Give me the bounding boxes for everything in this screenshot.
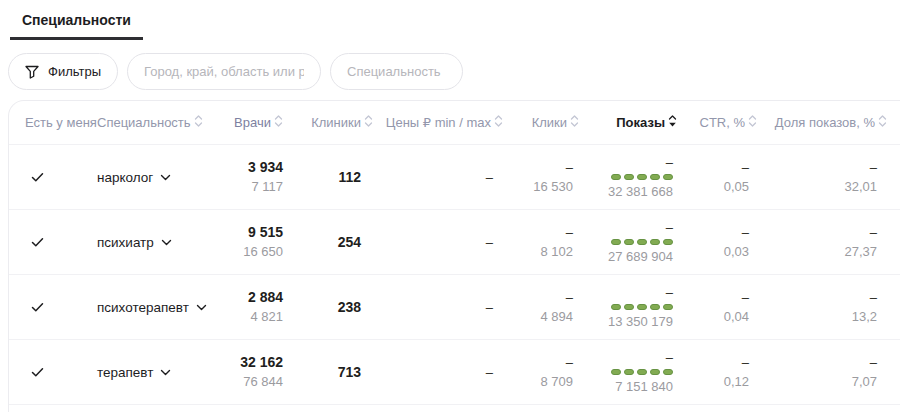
cell-clinics: 254 <box>297 234 389 251</box>
impressions-bar-segment <box>650 174 660 180</box>
prices-value: – <box>486 364 493 381</box>
cell-clinics: 112 <box>297 169 389 186</box>
table-row[interactable]: психиатр 9 515 16 650 254 – – 8 102 – 27… <box>9 210 900 275</box>
column-header-label: Показы <box>616 115 665 130</box>
column-header-label: Специальность <box>97 115 191 130</box>
cell-ctr: – 0,12 <box>693 354 771 390</box>
impressions-bar-segment <box>663 304 673 310</box>
impressions-bar-segment <box>650 239 660 245</box>
impressions-main-value: – <box>666 349 673 366</box>
impressions-bar-segment <box>637 174 647 180</box>
column-header-share[interactable]: Доля показов, % <box>771 113 900 132</box>
share-sub-value: 13,2 <box>852 308 877 325</box>
doctors-sub-value: 16 650 <box>243 243 283 260</box>
clinics-value: 713 <box>338 364 361 381</box>
impressions-bar-segment <box>663 174 673 180</box>
doctors-sub-value: 4 821 <box>250 308 283 325</box>
check-icon <box>31 237 44 248</box>
check-icon <box>31 367 44 378</box>
ctr-sub-value: 0,05 <box>724 178 749 195</box>
column-header-specialty[interactable]: Специальность <box>89 113 229 132</box>
column-header-clicks[interactable]: Клики <box>517 113 593 132</box>
clicks-sub-value: 8 709 <box>540 373 573 390</box>
cell-impressions: – 13 350 179 <box>593 284 693 330</box>
table-row[interactable]: нарколог 3 934 7 117 112 – – 16 530 – 32… <box>9 145 900 210</box>
impressions-bar-segment <box>611 304 621 310</box>
impressions-bar <box>611 368 673 376</box>
cell-ctr: – 0,03 <box>693 224 771 260</box>
cell-impressions: – 27 689 904 <box>593 219 693 265</box>
sort-icon[interactable] <box>194 113 203 132</box>
impressions-bar-segment <box>637 239 647 245</box>
cell-have[interactable] <box>9 172 89 183</box>
cell-share: – 27,37 <box>771 224 900 260</box>
sort-icon[interactable] <box>570 113 579 132</box>
impressions-sub-value: 13 350 179 <box>608 313 673 330</box>
cell-specialty[interactable]: психиатр <box>89 234 229 251</box>
ctr-main-value: – <box>742 289 749 306</box>
sort-icon[interactable] <box>878 113 887 132</box>
column-header-clinics[interactable]: Клиники <box>297 113 389 132</box>
column-header-prices[interactable]: Цены ₽ min / max <box>389 113 517 132</box>
column-header-label: Врачи <box>234 115 271 130</box>
impressions-bar-segment <box>611 369 621 375</box>
prices-value: – <box>486 299 493 316</box>
impressions-bar-segment <box>637 369 647 375</box>
impressions-sub-value: 7 151 840 <box>615 378 673 395</box>
column-header-doctors[interactable]: Врачи <box>229 113 297 132</box>
impressions-main-value: – <box>666 284 673 301</box>
specialty-input[interactable] <box>330 53 463 90</box>
cell-clicks: – 16 530 <box>517 159 593 195</box>
cell-specialty[interactable]: психотерапевт <box>89 299 229 316</box>
table-row[interactable]: терапевт 32 162 76 844 713 – – 8 709 – 7… <box>9 340 900 405</box>
impressions-bar-segment <box>663 369 673 375</box>
doctors-main-value: 3 934 <box>248 159 283 176</box>
cell-have[interactable] <box>9 302 89 313</box>
clicks-sub-value: 4 894 <box>540 308 573 325</box>
share-main-value: – <box>870 224 877 241</box>
cell-impressions: – 32 381 668 <box>593 154 693 200</box>
cell-clinics: 713 <box>297 364 389 381</box>
specialty-label: нарколог <box>97 169 153 186</box>
column-header-impressions[interactable]: Показы <box>593 113 693 132</box>
region-input[interactable] <box>127 53 321 90</box>
cell-share: – 13,2 <box>771 289 900 325</box>
ctr-main-value: – <box>742 224 749 241</box>
column-header-ctr[interactable]: CTR, % <box>693 113 771 132</box>
share-sub-value: 27,37 <box>844 243 877 260</box>
sort-icon[interactable] <box>748 113 757 132</box>
impressions-main-value: – <box>666 219 673 236</box>
specialties-table: Есть у меня Специальность Врачи Клиники … <box>8 100 900 412</box>
sort-icon[interactable] <box>494 113 503 132</box>
sort-icon-active-desc[interactable] <box>668 113 677 132</box>
tab-specialties[interactable]: Специальности <box>10 10 143 40</box>
clicks-main-value: – <box>566 354 573 371</box>
cell-specialty[interactable]: терапевт <box>89 364 229 381</box>
cell-have[interactable] <box>9 367 89 378</box>
cell-prices: – <box>389 169 517 186</box>
table-row[interactable]: психотерапевт 2 884 4 821 238 – – 4 894 … <box>9 275 900 340</box>
clinics-value: 254 <box>338 234 361 251</box>
impressions-bar-segment <box>624 369 634 375</box>
specialty-label: терапевт <box>97 364 153 381</box>
specialty-label: психиатр <box>97 234 154 251</box>
table-body: нарколог 3 934 7 117 112 – – 16 530 – 32… <box>9 145 900 405</box>
cell-clicks: – 8 102 <box>517 224 593 260</box>
cell-doctors: 9 515 16 650 <box>229 224 297 260</box>
cell-specialty[interactable]: нарколог <box>89 169 229 186</box>
sort-icon[interactable] <box>364 113 373 132</box>
filters-button[interactable]: Фильтры <box>8 53 118 90</box>
impressions-bar-segment <box>663 239 673 245</box>
cell-clicks: – 4 894 <box>517 289 593 325</box>
table-header-row: Есть у меня Специальность Врачи Клиники … <box>9 101 900 145</box>
cell-clicks: – 8 709 <box>517 354 593 390</box>
doctors-sub-value: 7 117 <box>251 178 283 195</box>
clicks-sub-value: 8 102 <box>540 243 573 260</box>
cell-doctors: 32 162 76 844 <box>229 354 297 390</box>
sort-icon[interactable] <box>274 113 283 132</box>
impressions-bar-segment <box>611 239 621 245</box>
cell-have[interactable] <box>9 237 89 248</box>
cell-ctr: – 0,04 <box>693 289 771 325</box>
impressions-sub-value: 32 381 668 <box>608 183 673 200</box>
chevron-down-icon <box>160 174 171 181</box>
